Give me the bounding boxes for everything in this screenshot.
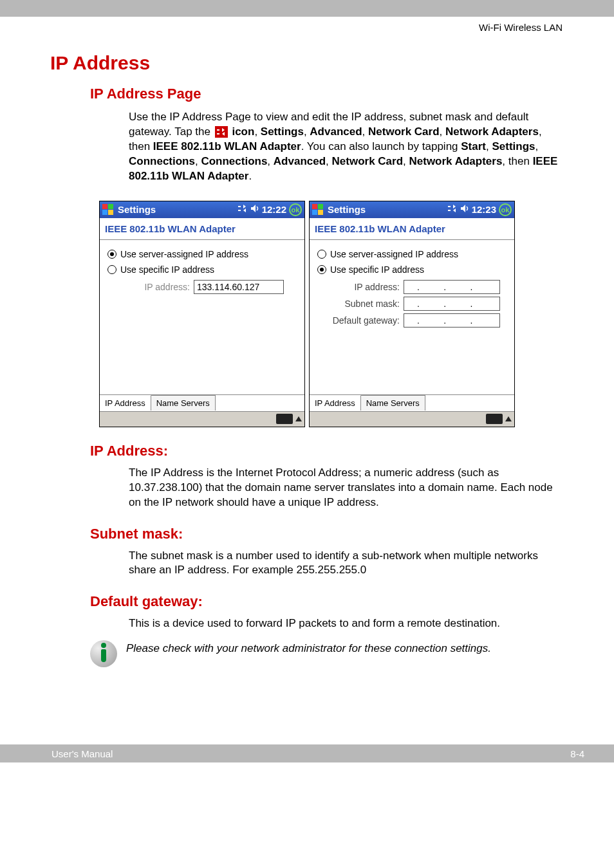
- speaker-icon[interactable]: [460, 204, 469, 215]
- section-body-subnet-mask: The subnet mask is a number used to iden…: [129, 549, 559, 578]
- keyboard-icon[interactable]: [486, 414, 503, 424]
- svg-rect-10: [312, 210, 317, 215]
- screenshot-left: Settings 12:22 ok IEEE 802.11b WLAN Adap…: [99, 201, 305, 427]
- intro-bold-start: Start: [461, 140, 486, 152]
- intro-bold-network-card2: Network Card: [332, 155, 404, 167]
- svg-rect-2: [102, 204, 107, 209]
- page-content: IP Address IP Address Page Use the IP Ad…: [0, 52, 614, 667]
- radio-specific-label: Use specific IP address: [330, 264, 424, 275]
- subnet-mask-input[interactable]: [404, 297, 500, 311]
- ip-address-input[interactable]: [194, 280, 284, 294]
- clock-text: 12:22: [262, 204, 286, 215]
- radio-server-assigned[interactable]: Use server-assigned IP address: [107, 249, 298, 259]
- svg-rect-7: [238, 210, 241, 211]
- top-bar: [0, 0, 614, 17]
- ip-address-row: IP address:: [106, 280, 298, 294]
- page-title-h1: IP Address: [50, 52, 564, 74]
- section-body-ip-address: The IP Address is the Internet Protocol …: [129, 466, 559, 510]
- intro-bold-settings: Settings: [261, 125, 304, 138]
- tab-ip-address[interactable]: IP Address: [310, 395, 361, 411]
- ip-address-input[interactable]: [404, 280, 500, 294]
- radio-server-label: Use server-assigned IP address: [330, 249, 458, 259]
- connectivity-icon[interactable]: [237, 204, 248, 215]
- note-row: Please check with your network administr…: [90, 640, 564, 667]
- tabs-row-right: IP Address Name Servers: [310, 394, 514, 411]
- connectivity-icon[interactable]: [447, 204, 458, 215]
- subnet-mask-label: Subnet mask:: [316, 299, 400, 309]
- subnet-mask-row: Subnet mask:: [316, 297, 508, 311]
- footer-page-number: 8-4: [570, 748, 584, 759]
- ok-button[interactable]: ok: [289, 203, 302, 216]
- windows-flag-icon[interactable]: [102, 204, 114, 216]
- section-heading-ip-address: IP Address:: [90, 443, 564, 459]
- intro-bold-adapter: IEEE 802.11b WLAN Adapter: [153, 140, 301, 152]
- header-section-label: Wi-Fi Wireless LAN: [0, 17, 614, 33]
- svg-rect-1: [217, 133, 219, 134]
- default-gateway-input[interactable]: [404, 313, 500, 328]
- up-arrow-icon[interactable]: [505, 416, 512, 421]
- svg-rect-4: [102, 210, 107, 215]
- tab-name-servers[interactable]: Name Servers: [151, 395, 216, 411]
- svg-rect-6: [238, 206, 241, 207]
- svg-rect-3: [108, 204, 113, 209]
- svg-rect-11: [318, 210, 323, 215]
- subheading-ip-address-page: IP Address Page: [90, 86, 564, 102]
- note-text: Please check with your network administr…: [126, 640, 491, 656]
- default-gateway-row: Default gateway:: [316, 313, 508, 328]
- adapter-page-title: IEEE 802.11b WLAN Adapter: [310, 218, 514, 240]
- radio-specific[interactable]: Use specific IP address: [317, 264, 508, 275]
- radio-specific[interactable]: Use specific IP address: [107, 264, 298, 275]
- intro-bold-connections: Connections: [129, 155, 195, 167]
- svg-rect-13: [448, 210, 451, 211]
- svg-rect-12: [448, 206, 451, 207]
- info-icon: [90, 640, 117, 667]
- ip-address-row: IP address:: [316, 280, 508, 294]
- svg-rect-5: [108, 210, 113, 215]
- connection-icon: [215, 126, 228, 138]
- speaker-icon[interactable]: [250, 204, 259, 215]
- clock-text: 12:23: [472, 204, 496, 215]
- windows-flag-icon[interactable]: [312, 204, 324, 216]
- window-title-bar-left: Settings 12:22 ok: [100, 201, 304, 218]
- svg-rect-8: [312, 204, 317, 209]
- svg-rect-0: [217, 129, 219, 131]
- window-title-text: Settings: [328, 204, 366, 215]
- ip-address-label: IP address:: [316, 282, 400, 292]
- intro-paragraph: Use the IP Address Page to view and edit…: [129, 110, 559, 184]
- footer-left: User's Manual: [51, 748, 113, 759]
- tabs-row-left: IP Address Name Servers: [100, 394, 304, 411]
- keyboard-icon[interactable]: [276, 414, 293, 424]
- section-heading-default-gateway: Default gateway:: [90, 593, 564, 610]
- screenshot-right: Settings 12:23 ok IEEE 802.11b WLAN Adap…: [309, 201, 515, 427]
- system-tray: 12:23 ok: [447, 203, 512, 216]
- window-title-bar-right: Settings 12:23 ok: [310, 201, 514, 218]
- up-arrow-icon[interactable]: [295, 416, 302, 421]
- intro-bold-advanced: Advanced: [310, 125, 362, 138]
- radio-specific-label: Use specific IP address: [120, 264, 214, 275]
- intro-bold-network-card: Network Card: [368, 125, 440, 138]
- svg-rect-9: [318, 204, 323, 209]
- system-tray: 12:22 ok: [237, 203, 302, 216]
- form-area-right: Use server-assigned IP address Use speci…: [310, 240, 514, 394]
- ok-button[interactable]: ok: [499, 203, 512, 216]
- intro-bold-settings2: Settings: [492, 140, 535, 152]
- radio-unselected-icon: [107, 265, 116, 274]
- bottom-bar-right: [310, 411, 514, 427]
- ip-address-label: IP address:: [106, 282, 190, 292]
- tab-name-servers[interactable]: Name Servers: [361, 395, 425, 411]
- intro-bold-network-adapters: Network Adapters: [445, 125, 539, 138]
- form-area-left: Use server-assigned IP address Use speci…: [100, 240, 304, 394]
- screenshot-row: Settings 12:22 ok IEEE 802.11b WLAN Adap…: [50, 201, 564, 427]
- section-body-default-gateway: This is a device used to forward IP pack…: [129, 616, 559, 631]
- radio-unselected-icon: [317, 250, 326, 259]
- adapter-page-title: IEEE 802.11b WLAN Adapter: [100, 218, 304, 240]
- page-footer: User's Manual 8-4: [0, 744, 614, 762]
- intro-bold-icon: icon: [232, 125, 254, 138]
- radio-server-assigned[interactable]: Use server-assigned IP address: [317, 249, 508, 259]
- section-heading-subnet-mask: Subnet mask:: [90, 526, 564, 542]
- default-gateway-label: Default gateway:: [316, 315, 400, 326]
- intro-bold-connections2: Connections: [201, 155, 267, 167]
- intro-bold-advanced2: Advanced: [274, 155, 326, 167]
- bottom-bar-left: [100, 411, 304, 427]
- tab-ip-address[interactable]: IP Address: [100, 395, 151, 411]
